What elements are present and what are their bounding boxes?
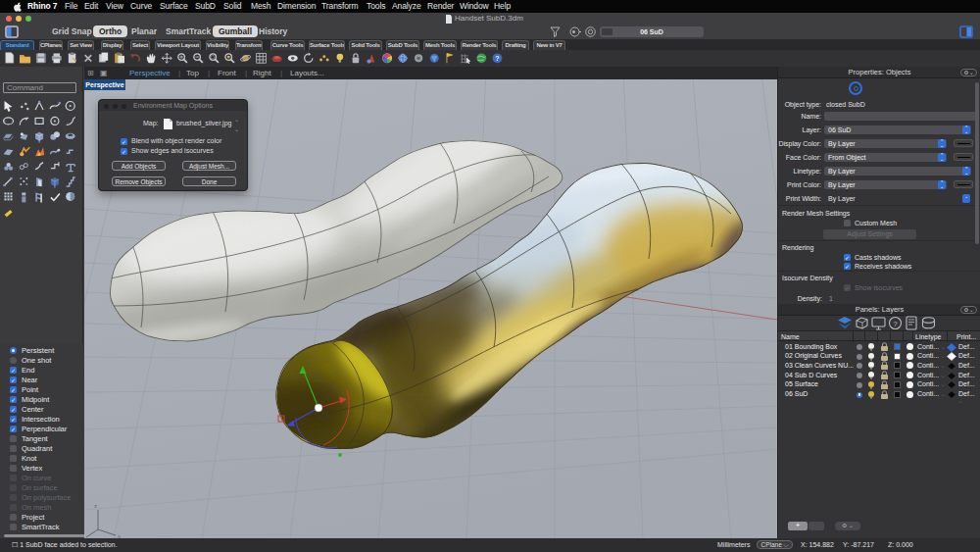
svg-text:z: z [94,503,97,509]
svg-text:?: ? [495,54,500,63]
svg-text:?: ? [893,320,898,328]
